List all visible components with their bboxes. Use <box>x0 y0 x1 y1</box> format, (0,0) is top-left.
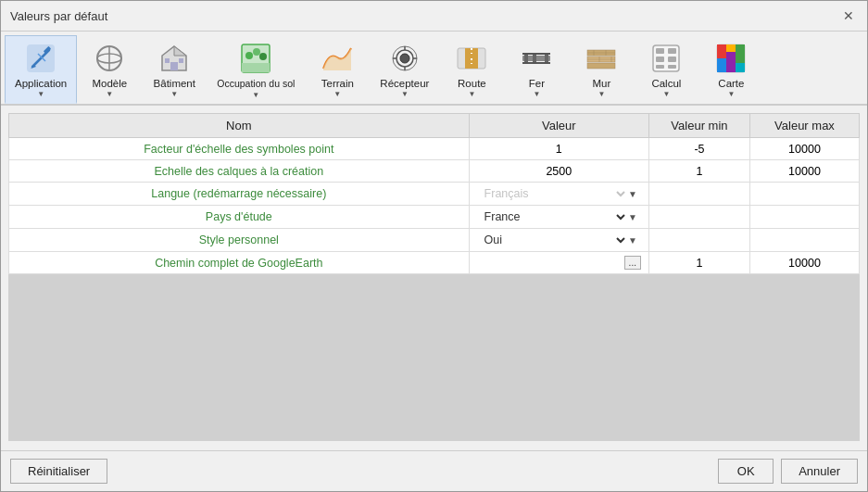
toolbar-arrow-calcul: ▼ <box>662 90 670 98</box>
svg-rect-52 <box>717 44 726 58</box>
svg-rect-31 <box>545 54 548 63</box>
toolbar-arrow-terrain: ▼ <box>333 90 341 98</box>
row-4-max <box>749 206 859 229</box>
svg-rect-32 <box>533 54 536 63</box>
svg-rect-10 <box>170 62 178 70</box>
row-2-min: 1 <box>648 160 749 183</box>
toolbar-label-mur: Mur <box>592 78 610 89</box>
empty-area <box>8 274 860 441</box>
svg-rect-45 <box>656 48 664 54</box>
row-4-valeur[interactable]: France ▼ <box>469 206 648 229</box>
toolbar-label-terrain: Terrain <box>321 78 354 89</box>
header-nom: Nom <box>9 114 470 138</box>
table-row: Pays d'étude France ▼ <box>9 206 860 229</box>
toolbar: Application ▼ Modèle ▼ <box>1 32 867 106</box>
toolbar-arrow-application: ▼ <box>37 90 44 98</box>
row-3-min <box>648 183 749 206</box>
table-row: Echelle des calques à la création 2500 1… <box>9 160 860 183</box>
close-button[interactable]: ✕ <box>839 6 858 25</box>
application-icon <box>24 42 57 75</box>
row-2-valeur[interactable]: 2500 <box>469 160 648 183</box>
batiment-icon <box>157 42 191 75</box>
toolbar-arrow-route: ▼ <box>468 90 475 98</box>
row-4-min <box>648 206 749 229</box>
svg-rect-47 <box>656 57 664 62</box>
row-5-max <box>749 229 859 252</box>
row-3-nom: Langue (redémarrage nécessaire) <box>9 183 470 206</box>
toolbar-item-fer[interactable]: Fer ▼ <box>504 35 569 104</box>
svg-rect-56 <box>726 52 736 72</box>
toolbar-label-route: Route <box>458 78 486 89</box>
row-6-min: 1 <box>648 252 749 274</box>
footer-buttons: OK Annuler <box>718 459 858 484</box>
ok-button[interactable]: OK <box>718 459 774 484</box>
terrain-icon <box>321 42 354 75</box>
row-6-valeur[interactable]: ... <box>469 252 648 274</box>
title-bar: Valeurs par défaut ✕ <box>1 1 867 32</box>
svg-rect-50 <box>668 65 676 69</box>
toolbar-arrow-carte: ▼ <box>727 90 735 98</box>
toolbar-label-fer: Fer <box>529 78 545 89</box>
toolbar-arrow-recepteur: ▼ <box>401 90 409 98</box>
row-6-max: 10000 <box>749 252 859 274</box>
langue-select[interactable]: Français <box>481 186 628 201</box>
dropdown-arrow: ▼ <box>628 235 637 246</box>
toolbar-label-application: Application <box>15 78 67 89</box>
toolbar-item-modele[interactable]: Modèle ▼ <box>77 35 142 104</box>
svg-rect-12 <box>179 58 183 63</box>
row-4-nom: Pays d'étude <box>9 206 470 229</box>
row-3-valeur[interactable]: Français ▼ <box>469 183 648 206</box>
footer: Réinitialiser OK Annuler <box>1 450 867 491</box>
pays-select[interactable]: France <box>481 209 628 224</box>
toolbar-arrow-batiment: ▼ <box>170 90 178 98</box>
googleearth-path-input[interactable] <box>477 257 623 270</box>
row-5-valeur[interactable]: Oui ▼ <box>469 229 648 252</box>
header-valeur-max: Valeur max <box>749 114 859 138</box>
toolbar-item-recepteur[interactable]: Récepteur ▼ <box>370 35 439 104</box>
toolbar-label-carte: Carte <box>718 78 744 89</box>
toolbar-item-terrain[interactable]: Terrain ▼ <box>305 35 370 104</box>
row-5-min <box>648 229 749 252</box>
toolbar-label-calcul: Calcul <box>651 78 681 89</box>
svg-rect-53 <box>726 44 736 52</box>
row-1-nom: Facteur d'échelle des symboles point <box>9 138 470 160</box>
row-6-nom: Chemin complet de GoogleEarth <box>9 252 470 274</box>
dropdown-arrow: ▼ <box>628 212 637 222</box>
style-select[interactable]: Oui <box>481 233 628 247</box>
carte-icon <box>714 42 748 75</box>
toolbar-arrow-fer: ▼ <box>533 90 540 98</box>
svg-rect-54 <box>736 44 745 63</box>
toolbar-label-batiment: Bâtiment <box>154 78 195 89</box>
svg-point-18 <box>400 54 409 63</box>
header-valeur-min: Valeur min <box>648 114 749 138</box>
svg-marker-9 <box>174 46 186 56</box>
browse-button[interactable]: ... <box>624 256 641 270</box>
row-1-max: 10000 <box>749 138 859 160</box>
reset-button[interactable]: Réinitialiser <box>10 459 107 484</box>
main-window: Valeurs par défaut ✕ Application ▼ <box>0 0 868 492</box>
calcul-icon <box>649 42 683 75</box>
toolbar-item-carte[interactable]: Carte ▼ <box>698 35 763 104</box>
toolbar-item-mur[interactable]: Mur ▼ <box>569 35 634 104</box>
window-title: Valeurs par défaut <box>10 9 107 23</box>
modele-icon <box>93 42 126 75</box>
row-1-valeur[interactable]: 1 <box>469 138 648 160</box>
toolbar-item-calcul[interactable]: Calcul ▼ <box>634 35 698 104</box>
toolbar-item-route[interactable]: Route ▼ <box>439 35 504 104</box>
table-row: Chemin complet de GoogleEarth ... 1 1000… <box>9 252 860 274</box>
toolbar-arrow-mur: ▼ <box>598 90 605 98</box>
mur-icon <box>585 42 618 75</box>
row-3-max <box>749 183 859 206</box>
row-1-min: -5 <box>648 138 749 160</box>
svg-rect-37 <box>587 63 615 69</box>
toolbar-item-occupation[interactable]: Occupation du sol ▼ <box>207 35 305 104</box>
fer-icon <box>520 42 553 75</box>
cancel-button[interactable]: Annuler <box>781 459 858 484</box>
toolbar-label-modele: Modèle <box>92 78 127 89</box>
row-2-nom: Echelle des calques à la création <box>9 160 470 183</box>
toolbar-item-application[interactable]: Application ▼ <box>5 35 77 104</box>
table-row: Facteur d'échelle des symboles point 1 -… <box>9 138 860 160</box>
row-2-max: 10000 <box>749 160 859 183</box>
content-area: Nom Valeur Valeur min Valeur max Facteur… <box>1 106 867 450</box>
toolbar-item-batiment[interactable]: Bâtiment ▼ <box>142 35 207 104</box>
